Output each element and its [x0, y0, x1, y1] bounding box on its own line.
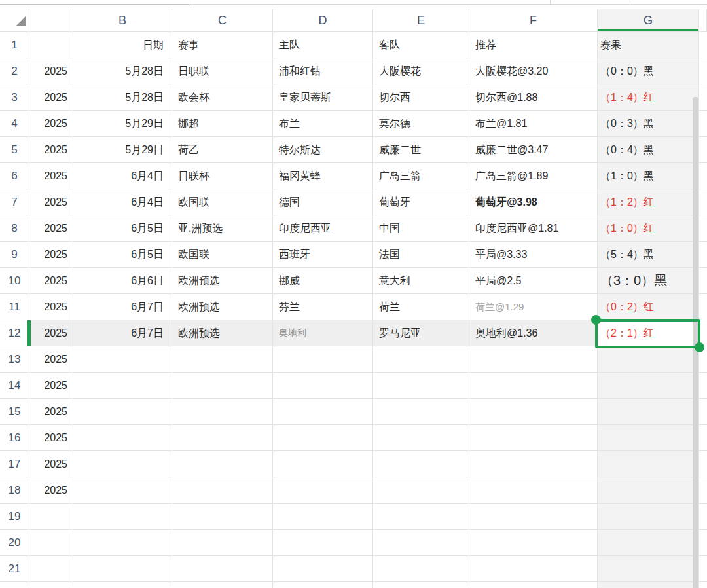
cell-A12[interactable]: 2025 — [29, 320, 73, 346]
cell-G19[interactable] — [598, 504, 699, 530]
cell-B14[interactable] — [73, 373, 172, 399]
row-header-4[interactable]: 4 — [0, 111, 29, 137]
cell-D6[interactable]: 福冈黄蜂 — [273, 163, 373, 189]
cell-G16[interactable] — [598, 425, 699, 451]
row-header-22[interactable] — [0, 582, 29, 588]
cell-C19[interactable] — [172, 504, 273, 530]
cell-partial-2[interactable] — [699, 58, 707, 84]
cell-F6[interactable]: 广岛三箭@1.89 — [469, 163, 598, 189]
column-header-f[interactable]: F — [469, 9, 598, 32]
row-header-5[interactable]: 5 — [0, 137, 29, 163]
cell-C20[interactable] — [172, 530, 273, 556]
cell-C21[interactable] — [172, 556, 273, 582]
selection-box[interactable] — [595, 319, 700, 348]
cell-E21[interactable] — [373, 556, 469, 582]
column-header-b[interactable]: B — [73, 9, 172, 32]
cell-C7[interactable]: 欧国联 — [172, 189, 273, 215]
select-all-corner[interactable] — [0, 9, 29, 32]
cell-D4[interactable]: 布兰 — [273, 111, 373, 137]
cell-G8[interactable]: （1：0）红 — [598, 215, 699, 242]
cell-B6[interactable]: 6月4日 — [73, 163, 172, 189]
cell-E16[interactable] — [373, 425, 469, 451]
cell-G15[interactable] — [598, 399, 699, 425]
cell-D7[interactable]: 德国 — [273, 189, 373, 215]
cell-D1[interactable]: 主队 — [273, 32, 373, 58]
cell-E14[interactable] — [373, 373, 469, 399]
cell-A15[interactable]: 2025 — [29, 399, 73, 425]
cell-A9[interactable]: 2025 — [29, 242, 73, 268]
cell-C5[interactable]: 荷乙 — [172, 137, 273, 163]
cell-B15[interactable] — [73, 399, 172, 425]
cell-A14[interactable]: 2025 — [29, 373, 73, 399]
cell-partial-19[interactable] — [699, 504, 707, 530]
cell-G17[interactable] — [598, 451, 699, 477]
cell-F11[interactable]: 荷兰@1.29 — [469, 294, 598, 320]
cell-partial-18[interactable] — [699, 477, 707, 504]
cell-E5[interactable]: 威廉二世 — [373, 137, 469, 163]
cell-C8[interactable]: 亚.洲预选 — [172, 215, 273, 242]
cell-D9[interactable]: 西班牙 — [273, 242, 373, 268]
row-header-6[interactable]: 6 — [0, 163, 29, 189]
row-header-11[interactable]: 11 — [0, 294, 29, 320]
cell-F12[interactable]: 奥地利@1.36 — [469, 320, 598, 346]
cell-E22[interactable] — [373, 582, 469, 588]
cell-partial-14[interactable] — [699, 373, 707, 399]
cell-partial-11[interactable] — [699, 294, 707, 320]
cell-G6[interactable]: （1：0）黑 — [598, 163, 699, 189]
cell-B10[interactable]: 6月6日 — [73, 268, 172, 294]
cell-A4[interactable]: 2025 — [29, 111, 73, 137]
cell-A10[interactable]: 2025 — [29, 268, 73, 294]
cell-D15[interactable] — [273, 399, 373, 425]
cell-C6[interactable]: 日联杯 — [172, 163, 273, 189]
cell-G13[interactable] — [598, 346, 699, 373]
row-header-18[interactable]: 18 — [0, 477, 29, 504]
cell-E18[interactable] — [373, 477, 469, 504]
cell-G2[interactable]: （0：0）黑 — [598, 58, 699, 84]
cell-A8[interactable]: 2025 — [29, 215, 73, 242]
cell-E20[interactable] — [373, 530, 469, 556]
cell-F16[interactable] — [469, 425, 598, 451]
row-header-21[interactable]: 21 — [0, 556, 29, 582]
cell-partial-7[interactable] — [699, 189, 707, 215]
cell-A13[interactable]: 2025 — [29, 346, 73, 373]
cell-D11[interactable]: 芬兰 — [273, 294, 373, 320]
column-header-g[interactable]: G — [598, 9, 699, 32]
cell-A18[interactable]: 2025 — [29, 477, 73, 504]
cell-E13[interactable] — [373, 346, 469, 373]
cell-D21[interactable] — [273, 556, 373, 582]
cell-A19[interactable] — [29, 504, 73, 530]
cell-G3[interactable]: （1：4）红 — [598, 84, 699, 111]
cell-C12[interactable]: 欧洲预选 — [172, 320, 273, 346]
cell-A11[interactable]: 2025 — [29, 294, 73, 320]
cell-partial-16[interactable] — [699, 425, 707, 451]
cell-B7[interactable]: 6月4日 — [73, 189, 172, 215]
cell-C22[interactable] — [172, 582, 273, 588]
cell-G5[interactable]: （0：4）黑 — [598, 137, 699, 163]
cell-D19[interactable] — [273, 504, 373, 530]
cell-E15[interactable] — [373, 399, 469, 425]
cell-F14[interactable] — [469, 373, 598, 399]
selection-handle-bottom-right[interactable] — [695, 342, 704, 352]
cell-E12[interactable]: 罗马尼亚 — [373, 320, 469, 346]
cell-G11[interactable]: （0：2）红 — [598, 294, 699, 320]
cell-A16[interactable]: 2025 — [29, 425, 73, 451]
cell-D8[interactable]: 印度尼西亚 — [273, 215, 373, 242]
row-header-2[interactable]: 2 — [0, 58, 29, 84]
cell-partial-6[interactable] — [699, 163, 707, 189]
cell-F18[interactable] — [469, 477, 598, 504]
row-header-9[interactable]: 9 — [0, 242, 29, 268]
row-header-16[interactable]: 16 — [0, 425, 29, 451]
column-header-partial[interactable] — [699, 9, 707, 32]
cell-C4[interactable]: 挪超 — [172, 111, 273, 137]
cell-partial-10[interactable] — [699, 268, 707, 294]
cell-D20[interactable] — [273, 530, 373, 556]
cell-partial-20[interactable] — [699, 530, 707, 556]
row-header-8[interactable]: 8 — [0, 215, 29, 242]
cell-G18[interactable] — [598, 477, 699, 504]
cell-G21[interactable] — [598, 556, 699, 582]
row-header-1[interactable]: 1 — [0, 32, 29, 58]
row-header-19[interactable]: 19 — [0, 504, 29, 530]
cell-E6[interactable]: 广岛三箭 — [373, 163, 469, 189]
cell-G10[interactable]: （3：0）黑 — [598, 268, 699, 294]
cell-G20[interactable] — [598, 530, 699, 556]
